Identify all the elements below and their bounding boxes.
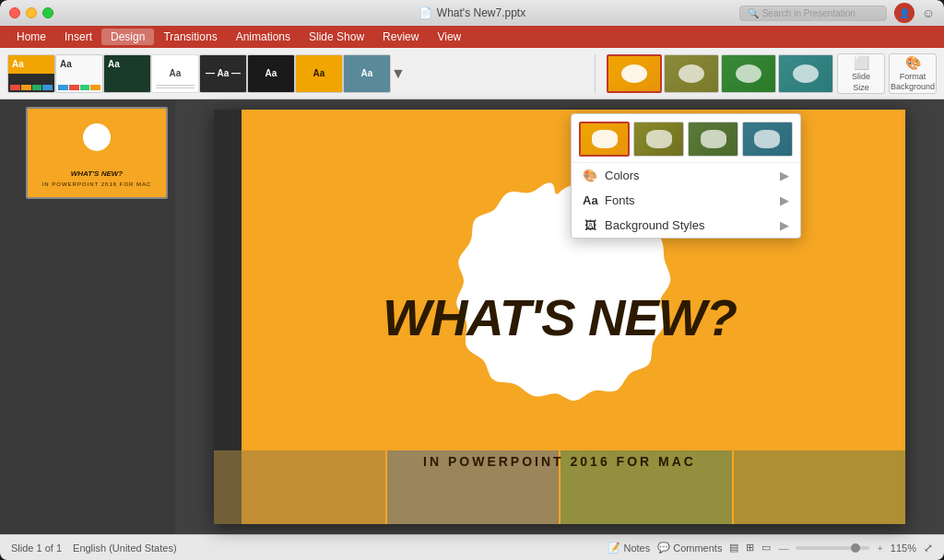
menu-transitions[interactable]: Transitions	[154, 29, 226, 45]
fonts-arrow: ▶	[780, 193, 789, 207]
main-area: 1 WHAT'S NEW? IN POWERPOINT 2016 FOR MAC…	[0, 99, 944, 534]
maximize-button[interactable]	[42, 7, 53, 18]
theme-row: Aa Aa Aa Aa	[7, 54, 587, 93]
theme-4[interactable]: Aa	[151, 54, 199, 93]
user-avatar[interactable]: 👤	[894, 3, 914, 23]
dd-fonts-item[interactable]: Aa Fonts ▶	[572, 188, 800, 213]
dd-background-item[interactable]: 🖼 Background Styles ▶	[572, 213, 800, 238]
language-info: English (United States)	[73, 542, 177, 554]
variant-1[interactable]	[607, 54, 662, 93]
toolbar-divider	[595, 54, 596, 93]
theme-1[interactable]: Aa	[7, 54, 55, 93]
dd-variant-1[interactable]	[579, 122, 630, 157]
theme-5[interactable]: — Aa —	[199, 54, 247, 93]
reading-view-icon[interactable]: ▭	[761, 542, 771, 554]
menu-design[interactable]: Design	[101, 29, 154, 45]
variant-4[interactable]	[778, 54, 833, 93]
zoom-in-icon[interactable]: +	[877, 542, 882, 554]
slide-sorter-icon[interactable]: ⊞	[746, 542, 754, 554]
design-toolbar: Aa Aa Aa Aa	[0, 48, 944, 99]
theme-8[interactable]: Aa	[343, 54, 391, 93]
dd-variant-4[interactable]	[742, 122, 793, 157]
variant-thumbs	[607, 54, 833, 93]
notes-icon: 📝	[608, 542, 620, 554]
bottom-img-4	[734, 450, 905, 524]
colors-icon: 🎨	[583, 169, 597, 182]
slide-title: WHAT'S NEW?	[383, 287, 737, 347]
theme-6[interactable]: Aa	[247, 54, 295, 93]
dd-colors-item[interactable]: 🎨 Colors ▶	[572, 163, 800, 188]
title-bar-right: 🔍 Search in Presentation 👤 ☺	[739, 3, 935, 23]
background-icon: 🖼	[583, 218, 597, 232]
comments-icon: 💬	[657, 542, 670, 554]
slide-thumbnail[interactable]: WHAT'S NEW? IN POWERPOINT 2016 FOR MAC	[26, 107, 168, 199]
slide-panel: 1 WHAT'S NEW? IN POWERPOINT 2016 FOR MAC	[0, 99, 175, 534]
slide-subtitle: IN POWERPOINT 2016 FOR MAC	[423, 454, 696, 469]
background-arrow: ▶	[780, 218, 789, 232]
status-bar: Slide 1 of 1 English (United States) 📝 N…	[0, 534, 944, 560]
variant-3[interactable]	[721, 54, 776, 93]
menu-slideshow[interactable]: Slide Show	[300, 29, 373, 45]
theme-3[interactable]: Aa	[103, 54, 151, 93]
notes-button[interactable]: 📝 Notes	[608, 542, 650, 554]
menu-review[interactable]: Review	[373, 29, 428, 45]
zoom-out-icon[interactable]: —	[778, 542, 788, 554]
search-icon: 🔍	[748, 8, 759, 18]
theme-2[interactable]: Aa	[55, 54, 103, 93]
slide-info: Slide 1 of 1	[11, 542, 62, 554]
menu-home[interactable]: Home	[7, 29, 55, 45]
dropdown-panel: 🎨 Colors ▶ Aa Fonts ▶ 🖼 Background Style…	[571, 113, 801, 239]
traffic-lights	[9, 7, 53, 18]
dropdown-container: 🎨 Colors ▶ Aa Fonts ▶ 🖼 Background Style…	[571, 113, 801, 239]
toolbar-right: ⬜ Slide Size 🎨 FormatBackground	[837, 53, 937, 94]
menu-insert[interactable]: Insert	[55, 29, 101, 45]
fonts-icon: Aa	[583, 193, 597, 207]
dropdown-variant-row	[572, 114, 800, 163]
bottom-img-1	[214, 450, 385, 524]
search-bar[interactable]: 🔍 Search in Presentation	[739, 6, 887, 21]
comments-button[interactable]: 💬 Comments	[657, 542, 722, 554]
variant-2[interactable]	[664, 54, 719, 93]
format-bg-icon: 🎨	[905, 55, 921, 70]
close-button[interactable]	[9, 7, 20, 18]
colors-arrow: ▶	[780, 169, 789, 182]
slide-size-button[interactable]: ⬜ Slide Size	[837, 53, 885, 94]
dd-variant-3[interactable]	[688, 122, 738, 157]
format-background-button[interactable]: 🎨 FormatBackground	[889, 53, 937, 94]
menu-bar: Home Insert Design Transitions Animation…	[0, 26, 944, 48]
slide-area-wrapper: WHAT'S NEW? IN POWERPOINT 2016 FOR MAC	[175, 99, 944, 534]
zoom-slider[interactable]	[796, 546, 869, 550]
fit-window-icon[interactable]: ⤢	[924, 542, 933, 554]
window-title: 📄 What's New7.pptx	[419, 6, 525, 19]
dd-variant-2[interactable]	[633, 122, 684, 157]
menu-view[interactable]: View	[428, 29, 470, 45]
menu-animations[interactable]: Animations	[227, 29, 300, 45]
title-bar: 📄 What's New7.pptx 🔍 Search in Presentat…	[0, 0, 944, 26]
more-themes-arrow[interactable]: ▼	[391, 54, 406, 93]
theme-7[interactable]: Aa	[295, 54, 343, 93]
slide-size-icon: ⬜	[854, 55, 869, 70]
zoom-level: 115%	[891, 542, 916, 554]
share-icon: ☺	[922, 6, 935, 20]
normal-view-icon[interactable]: ▤	[729, 542, 738, 554]
slide-canvas: WHAT'S NEW? IN POWERPOINT 2016 FOR MAC	[214, 110, 905, 524]
status-bar-right: 📝 Notes 💬 Comments ▤ ⊞ ▭ — + 115% ⤢	[608, 542, 933, 554]
minimize-button[interactable]	[26, 7, 37, 18]
